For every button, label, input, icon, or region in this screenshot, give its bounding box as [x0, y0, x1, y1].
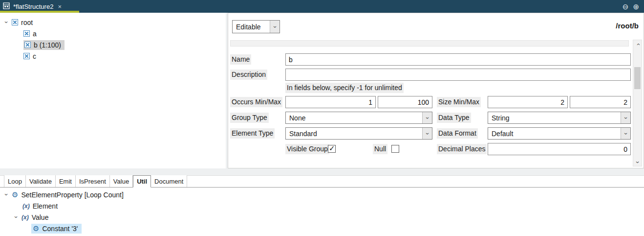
tab-document[interactable]: Document — [151, 175, 187, 187]
tree-item-label: b (1:100) — [34, 41, 61, 49]
chevron-up-icon: › — [634, 42, 641, 47]
chevron-down-icon[interactable]: › — [3, 20, 10, 25]
element-type-dropdown[interactable]: Standard › — [285, 127, 432, 140]
tab-value[interactable]: Value — [110, 175, 133, 187]
element-icon — [24, 42, 31, 48]
group-type-label: Group Type — [230, 113, 269, 123]
tab-loop[interactable]: Loop — [4, 175, 26, 187]
edit-mode-dropdown[interactable]: Editable › — [232, 20, 280, 33]
unlimited-hint-text: In fields below, specify -1 for unlimite… — [285, 83, 404, 93]
close-icon[interactable]: × — [58, 3, 62, 10]
scroll-up-icon[interactable]: › — [633, 40, 642, 48]
editor-tab-bar: *flatStructure2 × ⊖ ⊕ — [0, 0, 644, 13]
tab-validate[interactable]: Validate — [26, 175, 56, 187]
rule-item-label: Value — [32, 213, 49, 221]
tree-item-label: a — [33, 30, 37, 38]
properties-panel: Editable › /root/b Name Description In f… — [228, 13, 644, 168]
tree-item-label: c — [33, 52, 36, 60]
horizontal-scrollbar[interactable] — [230, 40, 629, 47]
decimal-places-label: Decimal Places — [437, 144, 487, 154]
rule-tab-bar: Loop Validate Emit IsPresent Value Util … — [0, 175, 644, 188]
variable-icon: (x) — [22, 203, 30, 210]
rule-item-constant[interactable]: ⚙ Constant '3' — [0, 223, 644, 234]
selected-tree-item: b (1:100) — [23, 40, 64, 50]
util-rule-tree: › ⚙ SetElementProperty [Loop Count] (x) … — [0, 188, 644, 236]
data-format-dropdown[interactable]: Default › — [488, 127, 631, 140]
tree-item-a[interactable]: a — [0, 28, 226, 39]
rule-item-setelementproperty[interactable]: › ⚙ SetElementProperty [Loop Count] — [0, 189, 644, 200]
element-type-value: Standard — [286, 128, 422, 139]
tree-item-label: root — [21, 19, 33, 26]
chevron-down-icon: › — [272, 24, 278, 29]
data-format-label: Data Format — [437, 128, 478, 139]
chevron-down-icon: › — [425, 116, 430, 120]
chevron-down-icon: › — [634, 160, 641, 165]
occurs-minmax-label: Occurs Min/Max — [230, 97, 282, 107]
group-type-value: None — [286, 112, 422, 123]
visible-group-checkbox[interactable] — [328, 145, 336, 153]
rule-item-label: Constant '3' — [42, 225, 78, 233]
tree-item-c[interactable]: c — [0, 50, 226, 62]
dropdown-button[interactable]: › — [422, 112, 432, 123]
tree-item-root[interactable]: › root — [0, 17, 226, 28]
chevron-down-icon: › — [623, 131, 629, 136]
structure-tree-panel: › root a b (1:100) c — [0, 13, 226, 168]
decimal-places-input[interactable] — [488, 143, 631, 155]
tab-util[interactable]: Util — [133, 175, 151, 188]
size-minmax-label: Size Min/Max — [437, 97, 481, 107]
edit-mode-value: Editable — [233, 21, 270, 33]
rule-item-element[interactable]: (x) Element — [0, 200, 644, 212]
size-max-input[interactable] — [570, 96, 631, 108]
element-type-label: Element Type — [230, 128, 275, 139]
dropdown-button[interactable]: › — [621, 112, 630, 123]
name-label: Name — [230, 54, 251, 65]
minimize-icon[interactable]: ⊖ — [623, 3, 629, 10]
selected-rule-item: ⚙ Constant '3' — [31, 224, 82, 234]
scrollbar-thumb[interactable] — [634, 67, 641, 89]
data-type-label: Data Type — [437, 113, 471, 123]
element-icon — [23, 53, 30, 59]
size-min-input[interactable] — [488, 96, 568, 108]
rule-gear-icon: ⚙ — [12, 191, 18, 198]
chevron-down-icon: › — [425, 131, 430, 136]
element-icon — [23, 30, 30, 37]
dropdown-button[interactable]: › — [621, 128, 630, 139]
element-icon — [12, 19, 18, 25]
view-actions: ⊖ ⊕ — [623, 3, 644, 10]
flat-structure-icon — [3, 2, 10, 11]
data-type-dropdown[interactable]: String › — [488, 112, 631, 124]
data-format-value: Default — [488, 128, 621, 139]
dropdown-button[interactable]: › — [422, 128, 432, 139]
rule-item-label: Element — [33, 202, 58, 210]
occurs-max-input[interactable] — [378, 96, 432, 108]
dropdown-button[interactable]: › — [270, 21, 279, 33]
tree-item-b[interactable]: b (1:100) — [0, 39, 226, 50]
maximize-icon[interactable]: ⊕ — [633, 3, 639, 10]
description-input[interactable] — [285, 69, 631, 81]
element-path: /root/b — [616, 22, 639, 30]
null-checkbox[interactable] — [391, 145, 399, 153]
description-label: Description — [230, 70, 267, 80]
tab-ispresent[interactable]: IsPresent — [76, 175, 110, 187]
rule-item-label: SetElementProperty [Loop Count] — [21, 191, 123, 199]
null-label: Null — [373, 144, 387, 154]
occurs-min-input[interactable] — [285, 96, 376, 108]
editor-tab-title: *flatStructure2 — [13, 3, 53, 10]
rule-item-value[interactable]: › (x) Value — [0, 212, 644, 223]
variable-icon: (x) — [21, 214, 29, 221]
group-type-dropdown[interactable]: None › — [285, 112, 432, 124]
vertical-scrollbar[interactable]: › › — [633, 40, 642, 166]
rule-gear-icon: ⚙ — [33, 225, 39, 232]
chevron-down-icon[interactable]: › — [13, 215, 20, 220]
data-type-value: String — [488, 112, 621, 123]
visible-group-label: Visible Group — [285, 144, 329, 154]
chevron-down-icon: › — [623, 116, 629, 120]
scroll-down-icon[interactable]: › — [633, 158, 642, 166]
chevron-down-icon[interactable]: › — [3, 192, 10, 197]
name-input[interactable] — [285, 53, 631, 66]
tab-emit[interactable]: Emit — [56, 175, 76, 187]
